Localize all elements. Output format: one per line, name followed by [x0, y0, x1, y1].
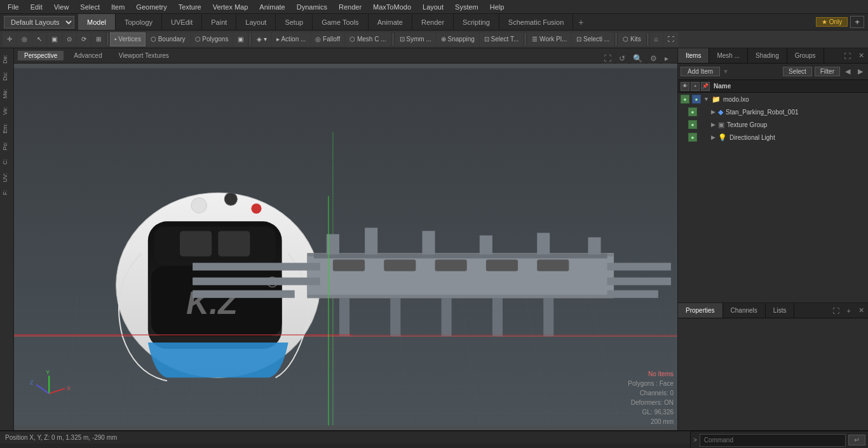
- circle-select[interactable]: ⊙: [62, 32, 76, 46]
- viewport-canvas[interactable]: K.Z: [14, 64, 677, 430]
- tab-animate[interactable]: Animate: [369, 14, 412, 30]
- left-panel-du[interactable]: Du:: [1, 68, 13, 85]
- viewport-icon-settings[interactable]: ⚙: [648, 53, 660, 64]
- rb-close-icon[interactable]: ✕: [855, 306, 868, 315]
- menu-dynamics[interactable]: Dynamics: [292, 2, 332, 12]
- arrow-tool[interactable]: ↖: [32, 32, 46, 46]
- viewport-icon-maximize[interactable]: ⛶: [601, 53, 614, 64]
- action-btn[interactable]: ▸ Action ...: [272, 32, 310, 46]
- item-expand-robot[interactable]: ▶: [711, 109, 715, 115]
- rb-expand-icon[interactable]: ⛶: [829, 307, 843, 315]
- menu-view[interactable]: View: [49, 2, 74, 12]
- right-tab-expand-icon[interactable]: ⛶: [840, 52, 855, 60]
- menu-item[interactable]: Item: [106, 2, 130, 12]
- right-tab-groups[interactable]: Groups: [787, 48, 824, 63]
- col-icon-eye[interactable]: 👁: [681, 82, 689, 91]
- layout-selector[interactable]: Default Layouts: [4, 16, 74, 29]
- item-lock-modo[interactable]: ●: [692, 95, 701, 104]
- cmd-input[interactable]: [700, 434, 846, 447]
- tab-uvedit[interactable]: UVEdit: [162, 14, 202, 30]
- tab-render[interactable]: Render: [412, 14, 454, 30]
- tab-topology[interactable]: Topology: [116, 14, 162, 30]
- viewport-tab-advanced[interactable]: Advanced: [67, 51, 108, 60]
- rb-tab-lists[interactable]: Lists: [766, 303, 795, 318]
- left-panel-me[interactable]: Me:: [1, 85, 13, 102]
- menu-system[interactable]: System: [450, 2, 484, 12]
- snapping-btn[interactable]: ⊕ Snapping: [437, 32, 479, 46]
- items-select-button[interactable]: Select: [783, 67, 812, 76]
- tab-schematic-fusion[interactable]: Schematic Fusion: [499, 14, 573, 30]
- tab-paint[interactable]: Paint: [202, 14, 236, 30]
- rb-tab-properties[interactable]: Properties: [678, 303, 723, 318]
- add-item-button[interactable]: Add Item: [681, 67, 720, 76]
- item-dir-light[interactable]: ● ▶ 💡 Directional Light: [678, 131, 868, 144]
- tab-model[interactable]: Model: [78, 14, 116, 30]
- left-panel-ve[interactable]: Ve:: [1, 103, 13, 119]
- tab-scripting[interactable]: Scripting: [454, 14, 499, 30]
- left-panel-em[interactable]: Em:: [1, 119, 13, 137]
- vertices-btn[interactable]: ▪ Vertices: [110, 32, 146, 46]
- menu-render[interactable]: Render: [334, 2, 367, 12]
- item-expand-texture[interactable]: ▶: [711, 121, 715, 128]
- tab-layout[interactable]: Layout: [236, 14, 276, 30]
- left-panel-po[interactable]: Po:: [1, 138, 13, 154]
- rect-select[interactable]: ▣: [47, 32, 62, 46]
- viewport-icon-reset[interactable]: ↺: [616, 53, 628, 64]
- item-visibility-robot[interactable]: ●: [688, 107, 697, 116]
- col-icon-add[interactable]: +: [691, 82, 700, 91]
- items-arrow-left[interactable]: ◀: [843, 67, 853, 76]
- viewport-tab-textures[interactable]: Viewport Textures: [112, 51, 175, 60]
- menu-file[interactable]: File: [3, 2, 24, 12]
- kits-btn[interactable]: ⬡ Kits: [618, 32, 645, 46]
- right-tab-shading[interactable]: Shading: [748, 48, 787, 63]
- menu-vertex-map[interactable]: Vertex Map: [208, 2, 254, 12]
- col-icon-pin[interactable]: 📌: [701, 82, 710, 91]
- item-visibility-modo[interactable]: ●: [681, 95, 689, 104]
- star-only-button[interactable]: ★ Only: [816, 17, 848, 27]
- circle-tool[interactable]: ◎: [17, 32, 32, 46]
- layout-expand-button[interactable]: +: [850, 16, 864, 28]
- viewport-icon-zoom[interactable]: 🔍: [630, 53, 645, 64]
- select-tool-btn[interactable]: ⊡ Select T...: [480, 32, 524, 46]
- viewport-tab-perspective[interactable]: Perspective: [18, 51, 64, 60]
- viewport-icon-expand[interactable]: ▸: [662, 53, 671, 64]
- tab-game-tools[interactable]: Game Tools: [313, 14, 369, 30]
- item-expand-modo[interactable]: ▼: [703, 96, 709, 102]
- right-tab-mesh[interactable]: Mesh ...: [709, 48, 748, 63]
- item-robot[interactable]: ● ▶ ◆ Stan_Parking_Robot_001: [678, 105, 868, 118]
- item-expand-light[interactable]: ▶: [711, 134, 715, 140]
- menu-texture[interactable]: Texture: [173, 2, 207, 12]
- menu-animate[interactable]: Animate: [254, 2, 290, 12]
- mesh-constraint-btn[interactable]: ⬡ Mesh C ...: [345, 32, 390, 46]
- item-modo-lxo[interactable]: ● ● ▼ 📁 modo.lxo: [678, 93, 868, 105]
- left-panel-c[interactable]: C:: [1, 155, 13, 168]
- symmetry-btn[interactable]: ⊡ Symm ...: [395, 32, 436, 46]
- polygons-btn[interactable]: ⬡ Polygons: [191, 32, 233, 46]
- rb-tab-channels[interactable]: Channels: [723, 303, 766, 318]
- workplane-btn[interactable]: ☰ Work Pl...: [527, 32, 571, 46]
- rb-plus-icon[interactable]: +: [843, 307, 855, 315]
- falloff-btn[interactable]: ◎ Falloff: [311, 32, 344, 46]
- right-tab-close-icon[interactable]: ✕: [855, 51, 868, 60]
- viewport-home-btn[interactable]: ⌂: [650, 32, 663, 46]
- boundary-btn[interactable]: ⬡ Boundary: [146, 32, 190, 46]
- right-tab-items[interactable]: Items: [678, 48, 709, 63]
- items-filter-button[interactable]: Filter: [815, 67, 840, 76]
- menu-geometry[interactable]: Geometry: [131, 2, 172, 12]
- mode-selector[interactable]: ◈ ▾: [252, 32, 271, 46]
- tab-add[interactable]: +: [573, 14, 588, 30]
- menu-select[interactable]: Select: [75, 2, 105, 12]
- menu-maxtomodo[interactable]: MaxToModo: [368, 2, 416, 12]
- tab-setup[interactable]: Setup: [276, 14, 313, 30]
- menu-help[interactable]: Help: [485, 2, 510, 12]
- items-arrow-right[interactable]: ▶: [855, 67, 865, 76]
- viewport-maximize-btn[interactable]: ⛶: [663, 32, 679, 46]
- menu-edit[interactable]: Edit: [25, 2, 48, 12]
- left-panel-f[interactable]: F:: [1, 186, 13, 199]
- selection-btn[interactable]: ⊡ Selecti ...: [572, 32, 614, 46]
- mesh-btn[interactable]: ▣: [233, 32, 248, 46]
- crosshair-tool[interactable]: ✛: [3, 32, 17, 46]
- item-visibility-texture[interactable]: ●: [688, 120, 697, 129]
- cmd-enter-btn[interactable]: ↵: [848, 435, 865, 445]
- item-visibility-light[interactable]: ●: [688, 133, 697, 142]
